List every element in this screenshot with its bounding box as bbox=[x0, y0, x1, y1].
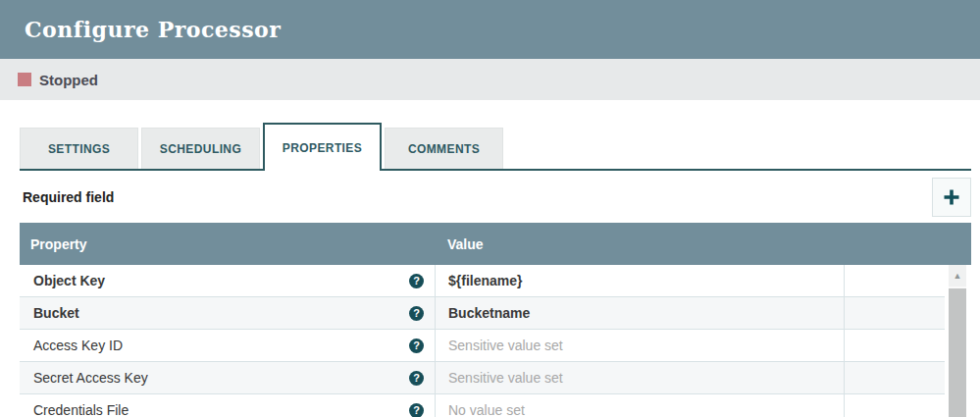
tab-comments-label: COMMENTS bbox=[408, 142, 480, 156]
property-cell: Credentials File ? bbox=[20, 394, 435, 417]
tab-properties-label: PROPERTIES bbox=[283, 141, 362, 155]
stopped-status-icon bbox=[18, 73, 31, 86]
properties-toolbar: Required field bbox=[20, 171, 971, 223]
property-cell: Bucket ? bbox=[20, 297, 435, 329]
value-cell[interactable]: ${filename} bbox=[435, 265, 844, 296]
help-icon[interactable]: ? bbox=[409, 403, 424, 417]
tab-properties[interactable]: PROPERTIES bbox=[263, 123, 382, 171]
property-cell: Object Key ? bbox=[20, 265, 435, 296]
dialog-content: SETTINGS SCHEDULING PROPERTIES COMMENTS … bbox=[0, 123, 980, 417]
table-row[interactable]: Credentials File ? No value set bbox=[20, 394, 945, 417]
properties-table: Property Value Object Key ? ${filename} … bbox=[20, 223, 971, 417]
help-icon[interactable]: ? bbox=[409, 371, 424, 386]
required-field-label: Required field bbox=[20, 189, 114, 205]
plus-icon bbox=[942, 187, 961, 207]
tab-scheduling-label: SCHEDULING bbox=[160, 142, 241, 156]
property-cell: Secret Access Key ? bbox=[20, 362, 435, 393]
property-name: Access Key ID bbox=[33, 338, 123, 353]
table-body: Object Key ? ${filename} Bucket ? Bucket… bbox=[20, 265, 971, 417]
table-row[interactable]: Access Key ID ? Sensitive value set bbox=[20, 330, 945, 362]
dialog-title: Configure Processor bbox=[25, 17, 281, 42]
tab-bar: SETTINGS SCHEDULING PROPERTIES COMMENTS bbox=[20, 123, 971, 171]
property-name: Bucket bbox=[33, 305, 79, 321]
help-icon[interactable]: ? bbox=[409, 339, 424, 353]
dialog-header: Configure Processor bbox=[0, 0, 980, 59]
value-cell[interactable]: Sensitive value set bbox=[435, 362, 844, 393]
extra-cell bbox=[844, 297, 945, 329]
tab-comments[interactable]: COMMENTS bbox=[385, 128, 503, 169]
property-name: Secret Access Key bbox=[33, 370, 148, 386]
extra-cell bbox=[844, 265, 945, 296]
scrollbar-up-arrow-icon[interactable]: ▲ bbox=[949, 265, 966, 287]
extra-cell bbox=[844, 394, 945, 417]
extra-cell bbox=[844, 362, 945, 393]
table-header-row: Property Value bbox=[20, 223, 971, 265]
help-icon[interactable]: ? bbox=[409, 274, 424, 288]
status-bar: Stopped bbox=[0, 59, 980, 100]
value-cell[interactable]: Bucketname bbox=[435, 297, 844, 329]
table-row[interactable]: Secret Access Key ? Sensitive value set bbox=[20, 362, 945, 394]
add-property-button[interactable] bbox=[932, 178, 971, 217]
table-row[interactable]: Object Key ? ${filename} bbox=[20, 265, 945, 297]
tab-settings-label: SETTINGS bbox=[48, 142, 110, 156]
property-cell: Access Key ID ? bbox=[20, 330, 435, 361]
tab-scheduling[interactable]: SCHEDULING bbox=[141, 128, 260, 169]
status-label: Stopped bbox=[39, 72, 98, 88]
value-cell[interactable]: Sensitive value set bbox=[435, 330, 844, 361]
column-header-property: Property bbox=[20, 236, 435, 252]
value-cell[interactable]: No value set bbox=[435, 394, 844, 417]
property-name: Object Key bbox=[33, 273, 105, 288]
extra-cell bbox=[844, 330, 945, 361]
table-row[interactable]: Bucket ? Bucketname bbox=[20, 297, 945, 330]
property-name: Credentials File bbox=[33, 402, 129, 417]
tab-settings[interactable]: SETTINGS bbox=[20, 128, 138, 169]
scrollbar-thumb[interactable] bbox=[949, 288, 966, 417]
table-scrollbar: ▲ bbox=[949, 265, 966, 417]
column-header-value: Value bbox=[435, 236, 971, 252]
help-icon[interactable]: ? bbox=[409, 306, 424, 321]
